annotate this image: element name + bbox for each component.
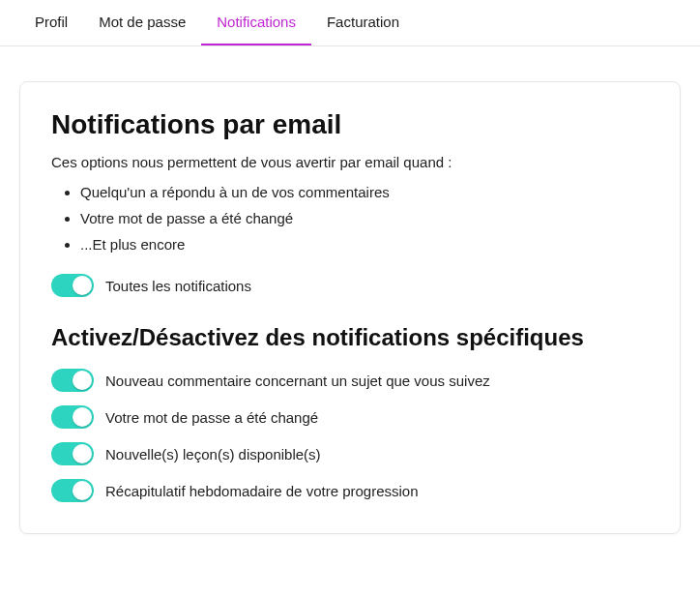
email-notifications-bullets: Quelqu'un a répondu à un de vos commenta… xyxy=(51,184,649,253)
bullet-item: Quelqu'un a répondu à un de vos commenta… xyxy=(80,184,649,200)
email-notifications-heading: Notifications par email xyxy=(51,109,649,140)
toggle-all-notifications[interactable] xyxy=(51,274,94,297)
toggle-password-changed-label: Votre mot de passe a été changé xyxy=(105,409,318,426)
toggle-password-changed[interactable] xyxy=(51,405,94,429)
toggle-weekly-summary[interactable] xyxy=(51,479,94,502)
toggle-new-comment-label: Nouveau commentaire concernant un sujet … xyxy=(105,373,490,389)
email-notifications-intro: Ces options nous permettent de vous aver… xyxy=(51,154,649,170)
bullet-item: ...Et plus encore xyxy=(80,236,649,253)
toggle-new-lessons[interactable] xyxy=(51,442,94,465)
toggle-new-lessons-label: Nouvelle(s) leçon(s) disponible(s) xyxy=(105,446,321,463)
settings-tabs: Profil Mot de passe Notifications Factur… xyxy=(0,0,700,46)
tab-notifications[interactable]: Notifications xyxy=(201,0,311,45)
tab-mot-de-passe[interactable]: Mot de passe xyxy=(83,0,201,45)
tab-profil[interactable]: Profil xyxy=(19,0,83,45)
toggle-row-weekly-summary: Récapitulatif hebdomadaire de votre prog… xyxy=(51,479,649,502)
toggle-weekly-summary-label: Récapitulatif hebdomadaire de votre prog… xyxy=(105,483,419,499)
notifications-card: Notifications par email Ces options nous… xyxy=(19,81,681,534)
toggle-row-new-comment: Nouveau commentaire concernant un sujet … xyxy=(51,369,649,392)
toggle-row-password-changed: Votre mot de passe a été changé xyxy=(51,405,649,429)
toggle-all-label: Toutes les notifications xyxy=(105,278,251,294)
toggle-row-all: Toutes les notifications xyxy=(51,274,649,297)
specific-notifications-heading: Activez/Désactivez des notifications spé… xyxy=(51,324,649,351)
bullet-item: Votre mot de passe a été changé xyxy=(80,210,649,226)
tab-facturation[interactable]: Facturation xyxy=(311,0,415,45)
toggle-row-new-lessons: Nouvelle(s) leçon(s) disponible(s) xyxy=(51,442,649,465)
toggle-new-comment[interactable] xyxy=(51,369,94,392)
